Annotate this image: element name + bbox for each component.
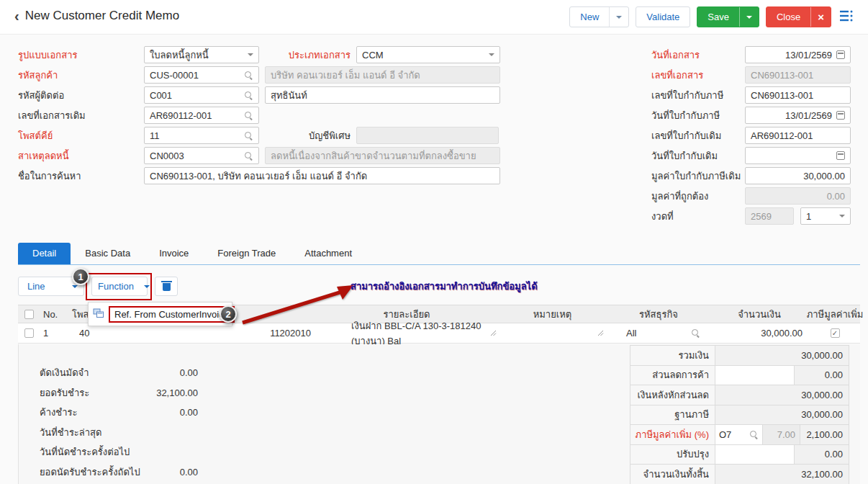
close-button[interactable]: Close × [766, 6, 831, 27]
doc-format-select[interactable]: ใบลดหนี้ลูกหนี้ [144, 46, 259, 63]
close-x-icon[interactable]: × [810, 7, 831, 27]
search-icon[interactable] [244, 111, 253, 120]
resize-grip-icon[interactable] [490, 328, 497, 339]
save-dropdown-toggle[interactable] [739, 7, 759, 27]
row-checkbox[interactable] [24, 328, 34, 338]
hamburger-menu-icon[interactable] [839, 9, 855, 24]
customer-code-input[interactable]: CUS-00001 [144, 66, 259, 84]
back-icon[interactable]: ‹ [14, 9, 19, 23]
orig-doc-no-label: เลขที่เอกสารเดิม [18, 108, 144, 123]
cell-account: 11202010 [122, 328, 317, 339]
annotation-step2-marker: 2 [220, 305, 237, 323]
doc-no-field: CN690113-001 [745, 66, 851, 84]
resize-grip-icon[interactable] [597, 328, 604, 339]
tax-invoice-no-input[interactable]: CN690113-001 [745, 86, 851, 104]
special-account-label: บัญชีพิเศษ [263, 128, 356, 143]
trade-discount-input[interactable] [715, 366, 795, 385]
period-label: งวดที่ [651, 209, 745, 224]
customer-code-value: CUS-00001 [150, 70, 244, 81]
function-dropdown-toggle[interactable] [140, 277, 154, 295]
summary-label: ค้างชำระ [40, 405, 149, 420]
summary-label: วันที่ชำระล่าสุด [40, 425, 149, 440]
calendar-icon[interactable] [836, 111, 845, 120]
orig-doc-no-input[interactable]: AR690112-001 [144, 107, 259, 124]
tab-foreign-trade[interactable]: Foreign Trade [203, 243, 290, 264]
annotation-note-text: สามารถอ้างอิงเอกสารมาทำการบันทึกข้อมูลได… [351, 279, 538, 294]
adjustment-label: ปรับปรุง [630, 445, 715, 465]
post-key-value: 11 [150, 130, 244, 141]
period-no-select[interactable]: 1 [800, 207, 851, 225]
contact-code-input[interactable]: C001 [144, 86, 259, 104]
new-button[interactable]: New [569, 6, 629, 27]
period-year-value: 2569 [751, 211, 772, 222]
doc-type-select[interactable]: CCM [356, 46, 500, 63]
menu-item-ref-from-customer-invoice[interactable]: Ref. From CustomerInvoice [109, 306, 235, 323]
vat-label: ภาษีมูลค่าเพิ่ม (%) [630, 425, 715, 444]
cell-business-code[interactable]: All [608, 328, 709, 339]
search-icon[interactable] [749, 430, 759, 439]
post-key-input[interactable]: 11 [144, 127, 259, 144]
save-button-label[interactable]: Save [697, 7, 739, 27]
doc-date-input[interactable]: 13/01/2569 [745, 46, 851, 63]
credit-reason-input[interactable]: CN0003 [144, 147, 259, 164]
vat-code-input[interactable]: O7 [715, 425, 763, 444]
new-button-label[interactable]: New [570, 7, 609, 27]
trade-discount-label: ส่วนลดการค้า [630, 366, 715, 385]
document-form-right: วันที่เอกสาร 13/01/2569 เลขที่เอกสาร CN6… [651, 45, 851, 226]
total-value: 30,000.00 [715, 346, 849, 365]
tax-invoice-no-label: เลขที่ใบกำกับภาษี [651, 88, 745, 103]
calendar-icon[interactable] [836, 151, 845, 160]
calendar-icon[interactable] [836, 50, 845, 59]
summary-label: ตัดเงินมัดจำ [40, 365, 149, 380]
orig-tax-invoice-date-label: วันที่ใบกำกับเดิม [651, 148, 745, 163]
tab-detail[interactable]: Detail [18, 243, 71, 264]
credit-reason-desc-field: ลดหนี้เนื่องจากสินค้าขาดจำนวนตามที่ตกลงซ… [265, 147, 500, 164]
contact-name-input[interactable]: สุทธินันท์ [265, 86, 500, 104]
chevron-down-icon [839, 215, 845, 218]
summary-label: ยอดนัดรับชำระครั้งถัดไป [40, 465, 149, 480]
post-key-label: โพสต์คีย์ [18, 128, 144, 143]
doc-date-value: 13/01/2569 [785, 50, 832, 60]
chevron-down-icon [144, 285, 150, 288]
cell-business-code-text: All [626, 328, 691, 339]
close-button-label[interactable]: Close [767, 7, 810, 27]
delete-line-button[interactable] [155, 277, 178, 296]
search-name-input[interactable]: CN690113-001, บริษัท คอนเวเยอร์ เอ็ม แอน… [144, 167, 500, 184]
total-label: รวมเงิน [630, 346, 715, 365]
function-button-label[interactable]: Function [92, 277, 140, 295]
line-button-label[interactable]: Line [19, 277, 66, 295]
vat-checkbox[interactable] [831, 328, 840, 338]
save-button[interactable]: Save [697, 6, 759, 27]
search-icon[interactable] [244, 151, 253, 161]
top-bar: ‹ New Customer Credit Memo New Validate … [0, 0, 868, 35]
search-icon[interactable] [691, 328, 700, 338]
trash-icon [163, 282, 171, 291]
orig-tax-invoice-date-input[interactable] [745, 147, 851, 164]
function-button[interactable]: Function [91, 277, 148, 296]
cell-remark[interactable] [497, 328, 608, 339]
validate-button[interactable]: Validate [636, 6, 690, 27]
contact-name-value: สุทธินันท์ [271, 88, 307, 103]
validate-button-label[interactable]: Validate [636, 7, 690, 27]
tab-basic-data[interactable]: Basic Data [71, 243, 145, 264]
table-row[interactable]: 1 40 11202010 เงินฝาก BBL-C/A 130-3-1812… [18, 323, 860, 344]
tax-base-label: ฐานภาษี [630, 405, 715, 425]
orig-tax-invoice-value-input[interactable]: 30,000.00 [745, 167, 851, 184]
tax-invoice-date-input[interactable]: 13/01/2569 [745, 107, 851, 124]
search-icon[interactable] [244, 131, 253, 140]
search-icon[interactable] [244, 71, 253, 80]
tab-invoice[interactable]: Invoice [145, 243, 203, 264]
orig-tax-invoice-no-input[interactable]: AR690112-001 [745, 127, 851, 144]
new-dropdown-toggle[interactable] [609, 7, 628, 27]
cell-amount[interactable]: 30,000.00 [709, 328, 810, 339]
tab-attachment[interactable]: Attachment [290, 243, 366, 264]
doc-format-value: ใบลดหนี้ลูกหนี้ [150, 48, 243, 63]
document-form-left: รูปแบบเอกสาร ใบลดหนี้ลูกหนี้ ประเภทเอกสา… [18, 45, 500, 186]
doc-type-label: ประเภทเอกสาร [263, 48, 356, 63]
search-icon[interactable] [244, 91, 253, 100]
correct-value-value: 0.00 [827, 191, 845, 202]
select-all-checkbox[interactable] [24, 310, 34, 319]
chevron-down-icon [248, 53, 253, 56]
adjustment-input[interactable] [715, 445, 795, 465]
header-business-code: รหัสธุรกิจ [608, 307, 709, 322]
